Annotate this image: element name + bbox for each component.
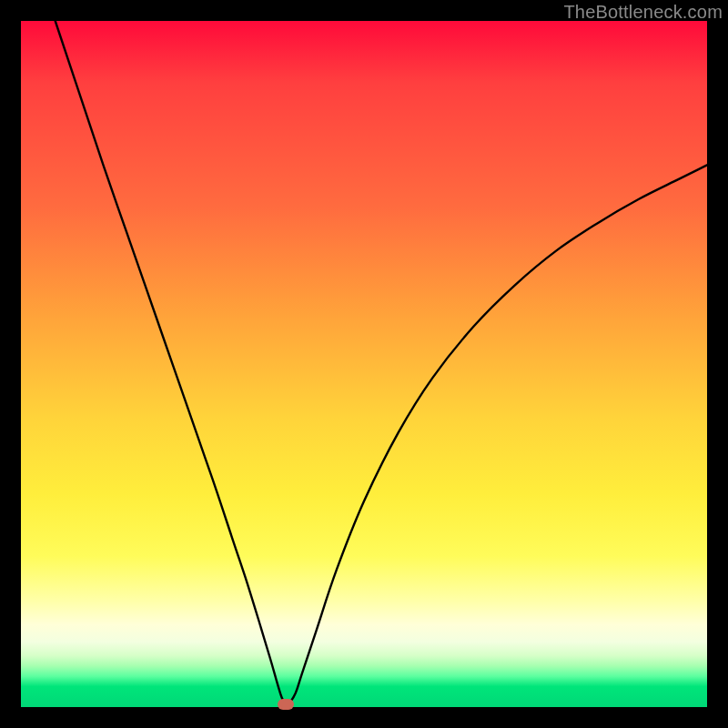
outer-frame: TheBottleneck.com [0,0,728,728]
optimal-point-marker [278,699,294,710]
curve-path [56,21,707,703]
attribution-text: TheBottleneck.com [563,2,723,23]
bottleneck-curve [21,21,707,707]
plot-area [21,21,707,707]
